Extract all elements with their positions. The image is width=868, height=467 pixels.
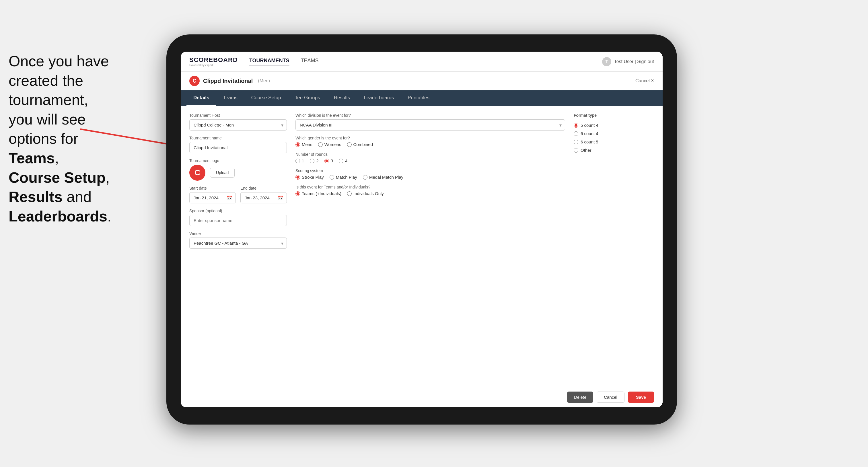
end-date-input[interactable] (240, 192, 287, 204)
rounds-2[interactable]: 2 (310, 158, 318, 163)
venue-select[interactable]: Peachtree GC - Atlanta - GA (189, 238, 287, 249)
scoring-match-play[interactable]: Match Play (330, 175, 357, 180)
logo-title: SCOREBOARD (189, 56, 238, 64)
teams-individuals-label: Is this event for Teams and/or Individua… (296, 185, 565, 189)
gender-label: Which gender is the event for? (296, 136, 565, 140)
teams-plus-individuals[interactable]: Teams (+Individuals) (296, 191, 341, 196)
start-date-wrap: 📅 (189, 192, 236, 204)
sponsor-label: Sponsor (optional) (189, 209, 287, 213)
tournament-header: C Clippd Invitational (Men) Cancel X (181, 72, 662, 90)
date-row: Start date 📅 End date 📅 (189, 186, 287, 204)
tab-bar: Details Teams Course Setup Tee Groups Re… (181, 90, 662, 106)
logo-upload-area: C Upload (189, 165, 287, 181)
host-field: Tournament Host Clippd College - Men (189, 113, 287, 130)
cancel-button[interactable]: Cancel (597, 392, 624, 403)
format-6count4[interactable]: 6 count 4 (574, 131, 654, 136)
user-area: T Test User | Sign out (602, 57, 654, 66)
start-date-field: Start date 📅 (189, 186, 236, 204)
start-date-label: Start date (189, 186, 236, 190)
delete-button[interactable]: Delete (567, 392, 593, 403)
end-date-label: End date (240, 186, 287, 190)
save-button[interactable]: Save (628, 392, 654, 403)
scoring-radio-group: Stroke Play Match Play Medal Match Play (296, 175, 565, 180)
start-date-input[interactable] (189, 192, 236, 204)
gender-radio-group: Mens Womens Combined (296, 142, 565, 147)
scoring-stroke-play[interactable]: Stroke Play (296, 175, 324, 180)
venue-select-wrap: Peachtree GC - Atlanta - GA (189, 238, 287, 249)
name-input[interactable] (189, 142, 287, 153)
individuals-only[interactable]: Individuals Only (347, 191, 384, 196)
gender-womens[interactable]: Womens (318, 142, 341, 147)
host-select[interactable]: Clippd College - Men (189, 119, 287, 130)
scoring-medal-match-play[interactable]: Medal Match Play (363, 175, 403, 180)
cancel-header-button[interactable]: Cancel X (636, 78, 654, 84)
tab-teams[interactable]: Teams (216, 90, 244, 106)
logo-circle: C (189, 165, 206, 181)
end-date-wrap: 📅 (240, 192, 287, 204)
tab-results[interactable]: Results (327, 90, 357, 106)
col-left: Tournament Host Clippd College - Men Tou… (189, 113, 287, 380)
tablet-device: SCOREBOARD Powered by clippd TOURNAMENTS… (166, 34, 677, 425)
division-select[interactable]: NCAA Division III (296, 119, 565, 130)
tab-tee-groups[interactable]: Tee Groups (288, 90, 327, 106)
col-right: Format type 5 count 4 6 count 4 6 count … (574, 113, 654, 380)
name-field: Tournament name (189, 136, 287, 153)
gender-field: Which gender is the event for? Mens Wome… (296, 136, 565, 147)
rounds-label: Number of rounds (296, 152, 565, 157)
main-content: Tournament Host Clippd College - Men Tou… (181, 106, 662, 387)
tournament-title-area: C Clippd Invitational (Men) (189, 76, 270, 86)
host-label: Tournament Host (189, 113, 287, 118)
tab-printables[interactable]: Printables (401, 90, 436, 106)
rounds-4[interactable]: 4 (339, 158, 347, 163)
format-label: Format type (574, 113, 654, 118)
venue-field: Venue Peachtree GC - Atlanta - GA (189, 231, 287, 249)
host-select-wrap: Clippd College - Men (189, 119, 287, 130)
rounds-field: Number of rounds 1 2 3 4 (296, 152, 565, 163)
gender-combined[interactable]: Combined (347, 142, 373, 147)
format-5count4[interactable]: 5 count 4 (574, 123, 654, 128)
nav-teams[interactable]: TEAMS (301, 58, 319, 65)
logo-area: SCOREBOARD Powered by clippd (189, 56, 238, 67)
end-date-field: End date 📅 (240, 186, 287, 204)
col-middle: Which division is the event for? NCAA Di… (296, 113, 565, 380)
sponsor-input[interactable] (189, 215, 287, 226)
format-radio-group: 5 count 4 6 count 4 6 count 5 Other (574, 123, 654, 153)
division-select-wrap: NCAA Division III (296, 119, 565, 130)
logo-label: Tournament logo (189, 158, 287, 163)
venue-label: Venue (189, 231, 287, 236)
tournament-name: Clippd Invitational (203, 78, 253, 84)
name-label: Tournament name (189, 136, 287, 140)
tournament-sub: (Men) (258, 78, 270, 84)
teams-individuals-radio-group: Teams (+Individuals) Individuals Only (296, 191, 565, 196)
teams-individuals-field: Is this event for Teams and/or Individua… (296, 185, 565, 196)
user-avatar: T (602, 57, 611, 66)
nav-links: TOURNAMENTS TEAMS (249, 58, 602, 65)
tab-course-setup[interactable]: Course Setup (244, 90, 288, 106)
gender-mens[interactable]: Mens (296, 142, 312, 147)
scoring-field: Scoring system Stroke Play Match Play Me… (296, 168, 565, 180)
rounds-3[interactable]: 3 (324, 158, 333, 163)
tab-leaderboards[interactable]: Leaderboards (357, 90, 401, 106)
tablet-screen: SCOREBOARD Powered by clippd TOURNAMENTS… (181, 52, 662, 407)
user-text[interactable]: Test User | Sign out (614, 59, 654, 64)
scoring-label: Scoring system (296, 168, 565, 173)
action-bar: Delete Cancel Save (181, 387, 662, 407)
format-other[interactable]: Other (574, 148, 654, 153)
logo-field: Tournament logo C Upload (189, 158, 287, 181)
top-nav: SCOREBOARD Powered by clippd TOURNAMENTS… (181, 52, 662, 72)
sponsor-field: Sponsor (optional) (189, 209, 287, 226)
rounds-1[interactable]: 1 (296, 158, 304, 163)
division-label: Which division is the event for? (296, 113, 565, 118)
format-6count5[interactable]: 6 count 5 (574, 139, 654, 144)
rounds-radio-group: 1 2 3 4 (296, 158, 565, 163)
logo-sub: Powered by clippd (189, 64, 238, 67)
upload-button[interactable]: Upload (210, 168, 235, 178)
division-field: Which division is the event for? NCAA Di… (296, 113, 565, 130)
tournament-logo-circle: C (189, 76, 199, 86)
nav-tournaments[interactable]: TOURNAMENTS (249, 58, 289, 65)
tab-details[interactable]: Details (186, 90, 216, 106)
